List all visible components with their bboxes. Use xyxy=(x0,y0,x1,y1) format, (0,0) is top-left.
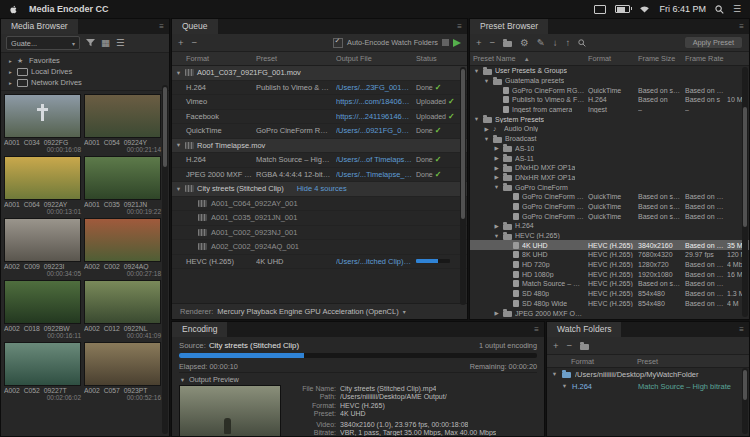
import-preset-icon[interactable]: ↓ xyxy=(553,38,558,48)
preset-row[interactable]: ▶ AS-11 xyxy=(470,153,749,163)
preset-row[interactable]: ▼ HEVC (H.265) xyxy=(470,231,749,241)
preset-row[interactable]: GoPro CineForm RGB 12-bit with alpha Qui… xyxy=(470,192,749,202)
output-format-link[interactable]: H.264 xyxy=(172,83,256,92)
twirl-icon[interactable]: ▶ xyxy=(493,145,500,151)
output-preset-link[interactable]: Match Source – High bitr... xyxy=(256,155,336,164)
twirl-icon[interactable]: ▼ xyxy=(493,184,500,190)
clip-thumbnail[interactable] xyxy=(84,156,161,200)
preset-row[interactable]: GoPro CineForm RGB 12-bit QuickTime Base… xyxy=(470,202,749,212)
column-format[interactable]: Format xyxy=(588,54,638,63)
menu-bar-clock[interactable]: Fri 6:41 PM xyxy=(659,4,706,14)
preset-row[interactable]: ▼ Broadcast xyxy=(470,134,749,144)
queue-subsource-row[interactable]: A001_C002_0923NJ_001 xyxy=(172,226,467,241)
preset-row[interactable]: HD 1080p HEVC (H.265) 1920x1080 Based on… xyxy=(470,269,749,279)
twirl-icon[interactable]: ▼ xyxy=(551,371,558,377)
output-format-link[interactable]: JPEG 2000 MXF OP1a xyxy=(172,170,256,179)
preset-row[interactable]: 4K UHD HEVC (H.265) 3840x2160 Based on s… xyxy=(470,240,749,250)
tab-preset-browser[interactable]: Preset Browser xyxy=(470,19,548,34)
queue-source-row[interactable]: ▼ City streets (Stitched Clip) Hide 4 so… xyxy=(172,182,467,197)
output-format-link[interactable]: H.264 xyxy=(172,155,256,164)
media-clip[interactable]: A002_C002_0924AQ 00:00:27:18 xyxy=(84,218,161,277)
panel-menu-icon[interactable]: ≡ xyxy=(734,322,749,337)
preset-row[interactable]: GoPro CineForm RGB 12-bit with alpha (Al… xyxy=(470,85,749,95)
filter-icon[interactable] xyxy=(86,39,95,47)
output-file-link[interactable]: https://...24119614602283 xyxy=(336,112,416,121)
twirl-icon[interactable]: ▶ xyxy=(493,155,500,161)
export-preset-icon[interactable]: ↑ xyxy=(565,38,570,48)
media-clip[interactable]: A002_C018_0922BW 00:00:16:11 xyxy=(4,280,81,339)
output-file-link[interactable]: /Users/...23FG_001_1.mp4 xyxy=(336,83,416,92)
wifi-icon[interactable] xyxy=(639,5,650,13)
spotlight-icon[interactable] xyxy=(715,5,724,14)
output-file-link[interactable]: /Users/...of Timelapse.mp4 xyxy=(336,155,416,164)
output-format-link[interactable]: Vimeo xyxy=(172,97,256,106)
clip-thumbnail[interactable] xyxy=(4,218,81,262)
preset-row[interactable]: GoPro CineForm YUV 10-bit QuickTime Base… xyxy=(470,211,749,221)
app-menu-title[interactable]: Media Encoder CC xyxy=(29,4,109,14)
tab-encoding[interactable]: Encoding xyxy=(172,322,227,337)
preset-row[interactable]: ▶ AS-10 xyxy=(470,144,749,154)
clip-thumbnail[interactable] xyxy=(84,94,161,138)
preset-row[interactable]: ▶ H.264 xyxy=(470,221,749,231)
preset-scrollbar[interactable] xyxy=(742,67,748,317)
panel-menu-icon[interactable]: ≡ xyxy=(529,322,544,337)
twirl-icon[interactable]: ▶ xyxy=(483,126,490,132)
preset-row[interactable]: ▶ DNxHD MXF OP1a xyxy=(470,163,749,173)
column-status[interactable]: Status xyxy=(416,54,460,63)
apple-menu-icon[interactable] xyxy=(9,4,18,15)
media-clip[interactable]: A002_C057_0923PT 00:00:52:16 xyxy=(84,342,161,401)
battery-icon[interactable] xyxy=(615,5,630,13)
preset-row[interactable]: 8K UHD HEVC (H.265) 7680x4320 29.97 fps … xyxy=(470,250,749,260)
clip-thumbnail[interactable] xyxy=(4,280,81,324)
panel-menu-icon[interactable]: ≡ xyxy=(154,19,169,34)
media-clip[interactable]: A001_C035_0921JN 00:00:19:22 xyxy=(84,156,161,215)
queue-sources-toggle[interactable]: Hide 4 sources xyxy=(297,184,347,193)
output-format-link[interactable]: QuickTime xyxy=(172,126,256,135)
watch-scrollbar[interactable] xyxy=(742,368,748,434)
media-clip[interactable]: A001_C034_0922FG 00:00:16:08 xyxy=(4,94,81,153)
clip-thumbnail[interactable] xyxy=(4,342,81,386)
clip-thumbnail[interactable] xyxy=(84,218,161,262)
remove-watch-folder-button[interactable]: − xyxy=(567,341,573,351)
twirl-icon[interactable]: ▼ xyxy=(561,383,568,389)
watch-folder-row[interactable]: ▼ /Users/niiiiiii/Desktop/MyWatchFolder xyxy=(547,368,749,380)
preset-row[interactable]: Ingest from camera Ingest – – xyxy=(470,105,749,115)
output-file-link[interactable]: /Users/...Timelapse_1.mxf xyxy=(336,170,416,179)
twirl-icon[interactable]: ▼ xyxy=(483,136,490,142)
queue-encoding-row[interactable]: HEVC (H.265) 4K UHD /Users/...itched Cli… xyxy=(172,255,467,270)
media-clip[interactable]: A002_C052_09227T 00:02:06:02 xyxy=(4,342,81,401)
start-queue-button[interactable] xyxy=(453,39,461,47)
twirl-icon[interactable]: ▶ xyxy=(493,223,500,229)
preset-row[interactable]: ▶ MPEG-2 xyxy=(470,318,749,319)
queue-subsource-row[interactable]: A002_C002_0924AQ_001 xyxy=(172,240,467,255)
twirl-icon[interactable]: ▼ xyxy=(473,68,480,74)
new-preset-button[interactable]: + xyxy=(476,38,482,48)
add-source-button[interactable]: + xyxy=(178,38,184,48)
preset-row[interactable]: Match Source – High Bitrate HEVC (H.265)… xyxy=(470,279,749,289)
twirl-icon[interactable]: ▸ xyxy=(7,69,14,75)
column-frame-size[interactable]: Frame Size xyxy=(638,54,685,63)
queue-output-row[interactable]: QuickTime GoPro CineForm RGB 12... /User… xyxy=(172,124,467,139)
twirl-icon[interactable]: ▼ xyxy=(483,78,490,84)
preset-row[interactable]: HD 720p HEVC (H.265) 1280x720 Based on s… xyxy=(470,260,749,270)
preset-row[interactable]: ▼ Guatemala presets xyxy=(470,76,749,86)
tab-queue[interactable]: Queue xyxy=(172,19,218,34)
tree-item[interactable]: ▸ Network Drives xyxy=(1,77,169,88)
watch-output-format[interactable]: H.264 xyxy=(572,382,634,391)
tree-item[interactable]: ▸ ★ Favorites xyxy=(1,55,169,66)
clip-thumbnail[interactable] xyxy=(84,342,161,386)
queue-subsource-row[interactable]: A001_C035_0921JN_001 xyxy=(172,211,467,226)
twirl-icon[interactable]: ▼ xyxy=(175,186,182,192)
queue-output-row[interactable]: JPEG 2000 MXF OP1a RGBA 4:4:4:4 12-bit (… xyxy=(172,168,467,183)
queue-output-row[interactable]: H.264 Publish to Vimeo & Facebook /Users… xyxy=(172,81,467,96)
twirl-icon[interactable]: ▸ xyxy=(7,58,14,64)
output-format-link[interactable]: Facebook xyxy=(172,112,256,121)
add-watch-folder-button[interactable]: + xyxy=(553,341,559,351)
output-preset-link[interactable]: 4K UHD xyxy=(256,257,336,266)
renderer-select[interactable]: Mercury Playback Engine GPU Acceleration… xyxy=(217,307,398,316)
output-format-link[interactable]: HEVC (H.265) xyxy=(172,257,256,266)
twirl-icon[interactable]: ▸ xyxy=(7,80,14,86)
preset-row[interactable]: ▼ System Presets xyxy=(470,114,749,124)
watch-output-preset[interactable]: Match Source – High bitrate xyxy=(638,382,731,391)
preset-row[interactable]: ▶ DNxHR MXF OP1a xyxy=(470,173,749,183)
